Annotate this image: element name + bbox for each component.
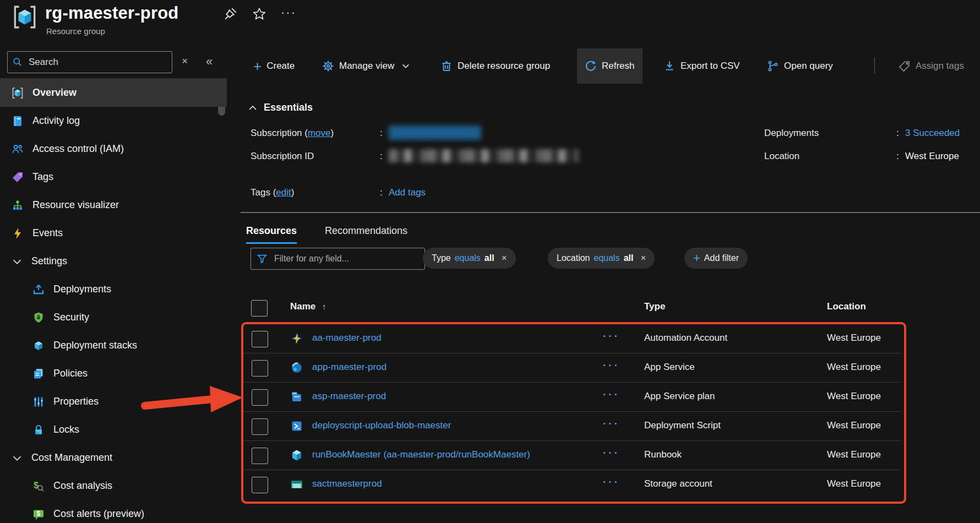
sidebar-item-deployment-stacks[interactable]: Deployment stacks	[0, 331, 227, 359]
subscription-value-redacted	[389, 126, 481, 140]
column-header-type[interactable]: Type	[644, 301, 665, 312]
filter-field[interactable]	[251, 248, 425, 270]
essentials-divider	[241, 212, 980, 213]
table-header: Name ↑ Type Location	[241, 295, 980, 322]
row-menu-icon[interactable]: ···	[603, 476, 620, 488]
table-row[interactable]: runBookMaester (aa-maester-prod/runBookM…	[242, 440, 901, 470]
sidebar-item-label: Overview	[32, 87, 77, 99]
sidebar-collapse-icon[interactable]: «	[206, 55, 213, 69]
plus-icon: +	[253, 61, 262, 72]
sidebar-item-cost-alerts[interactable]: $ Cost alerts (preview)	[0, 500, 227, 523]
tab-resources[interactable]: Resources	[246, 219, 297, 244]
select-all-checkbox[interactable]	[251, 300, 268, 317]
resource-link[interactable]: asp-maester-prod	[312, 391, 386, 402]
download-icon	[663, 60, 676, 72]
access-control-icon	[11, 143, 24, 156]
row-menu-icon[interactable]: ···	[603, 418, 620, 430]
sidebar-group-settings[interactable]: Settings	[0, 247, 227, 275]
add-filter-button[interactable]: + Add filter	[684, 248, 748, 269]
table-row[interactable]: sactmaesterprod ··· Storage account West…	[242, 470, 901, 499]
sidebar-item-policies[interactable]: Policies	[0, 359, 227, 388]
filter-pill-type[interactable]: Type equals all ×	[423, 248, 516, 269]
resource-type: Automation Account	[644, 333, 727, 344]
row-checkbox[interactable]	[252, 448, 268, 464]
search-clear-icon[interactable]: ×	[182, 55, 188, 67]
table-row[interactable]: aa-maester-prod ··· Automation Account W…	[242, 324, 901, 353]
row-checkbox[interactable]	[252, 360, 268, 377]
colon: :	[380, 187, 383, 198]
sidebar-group-cost-management[interactable]: Cost Management	[0, 444, 227, 472]
export-to-csv-button[interactable]: Export to CSV	[663, 48, 740, 84]
row-checkbox[interactable]	[252, 389, 268, 406]
move-link[interactable]: move	[308, 128, 331, 138]
essentials-toggle[interactable]: Essentials	[248, 102, 313, 113]
storage-account-icon	[291, 478, 303, 491]
tags-label: Tags (edit)	[251, 187, 294, 198]
chevron-down-icon	[11, 255, 23, 268]
sidebar-item-events[interactable]: Events	[0, 219, 227, 247]
sidebar-item-tags[interactable]: Tags	[0, 163, 227, 191]
tag-icon	[11, 171, 24, 184]
remove-filter-icon[interactable]: ×	[502, 253, 507, 264]
resource-location: West Europe	[827, 420, 881, 431]
sidebar-item-activity-log[interactable]: Activity log	[0, 107, 227, 135]
row-checkbox[interactable]	[252, 418, 268, 435]
remove-filter-icon[interactable]: ×	[640, 253, 646, 264]
row-menu-icon[interactable]: ···	[603, 389, 620, 401]
chevron-up-icon	[248, 103, 258, 112]
column-header-name[interactable]: Name ↑	[290, 301, 326, 312]
row-checkbox[interactable]	[252, 331, 268, 347]
sidebar-group-label: Settings	[31, 255, 67, 267]
open-query-button[interactable]: Open query	[767, 48, 833, 84]
more-icon[interactable]: ···	[281, 10, 296, 15]
resource-link[interactable]: deployscript-upload-blob-maester	[312, 420, 451, 431]
sidebar-search[interactable]	[7, 51, 172, 73]
table-row[interactable]: asp-maester-prod ··· App Service plan We…	[242, 382, 901, 412]
resource-group-icon	[11, 86, 24, 100]
search-input[interactable]	[28, 56, 167, 68]
sidebar-item-access-control[interactable]: Access control (IAM)	[0, 135, 227, 163]
filter-input[interactable]	[273, 253, 419, 264]
resource-link[interactable]: sactmaesterprod	[312, 478, 382, 489]
delete-resource-group-button[interactable]: Delete resource group	[440, 48, 550, 84]
column-header-location[interactable]: Location	[827, 301, 866, 312]
edit-tags-link[interactable]: edit	[276, 187, 291, 198]
filter-pill-location[interactable]: Location equals all ×	[548, 248, 655, 269]
table-row[interactable]: deployscript-upload-blob-maester ··· Dep…	[242, 411, 901, 441]
sidebar-item-properties[interactable]: Properties	[0, 388, 227, 416]
row-menu-icon[interactable]: ···	[603, 447, 620, 459]
sidebar-item-resource-visualizer[interactable]: Resource visualizer	[0, 191, 227, 219]
pin-icon[interactable]	[224, 7, 238, 21]
resource-location: West Europe	[827, 362, 881, 373]
create-button[interactable]: + Create	[253, 48, 295, 84]
resource-link[interactable]: aa-maester-prod	[312, 333, 382, 344]
add-tags-link[interactable]: Add tags	[389, 187, 426, 198]
assign-tags-button[interactable]: Assign tags	[899, 48, 964, 84]
sidebar-item-label: Security	[53, 312, 89, 323]
sidebar-item-security[interactable]: Security	[0, 303, 227, 331]
row-checkbox[interactable]	[252, 477, 268, 493]
refresh-icon	[585, 60, 597, 72]
tab-recommendations[interactable]: Recommendations	[325, 219, 407, 242]
resource-link[interactable]: runBookMaester (aa-maester-prod/runBookM…	[312, 449, 530, 460]
sidebar-item-locks[interactable]: Locks	[0, 416, 227, 444]
sidebar-item-cost-analysis[interactable]: $ Cost analysis	[0, 472, 227, 500]
resource-link[interactable]: app-maester-prod	[312, 362, 386, 373]
app-service-icon	[291, 362, 303, 374]
manage-view-button[interactable]: Manage view	[322, 48, 410, 84]
sidebar-item-overview[interactable]: Overview	[0, 79, 227, 107]
sidebar-item-deployments[interactable]: Deployments	[0, 275, 227, 303]
row-menu-icon[interactable]: ···	[603, 330, 620, 342]
row-menu-icon[interactable]: ···	[603, 359, 620, 372]
resource-visualizer-icon	[11, 199, 24, 212]
colon: :	[380, 128, 383, 139]
tag-icon	[899, 60, 911, 72]
star-icon[interactable]	[252, 7, 266, 21]
policies-icon	[32, 367, 45, 380]
page-subtitle: Resource group	[46, 26, 105, 36]
table-row[interactable]: app-maester-prod ··· App Service West Eu…	[242, 353, 901, 383]
sidebar-group-label: Cost Management	[31, 452, 112, 464]
refresh-button[interactable]: Refresh	[577, 48, 643, 84]
azure-portal-window: rg-maester-prod Resource group ··· × «	[0, 0, 980, 523]
deployments-succeeded-link[interactable]: 3 Succeeded	[905, 128, 960, 139]
